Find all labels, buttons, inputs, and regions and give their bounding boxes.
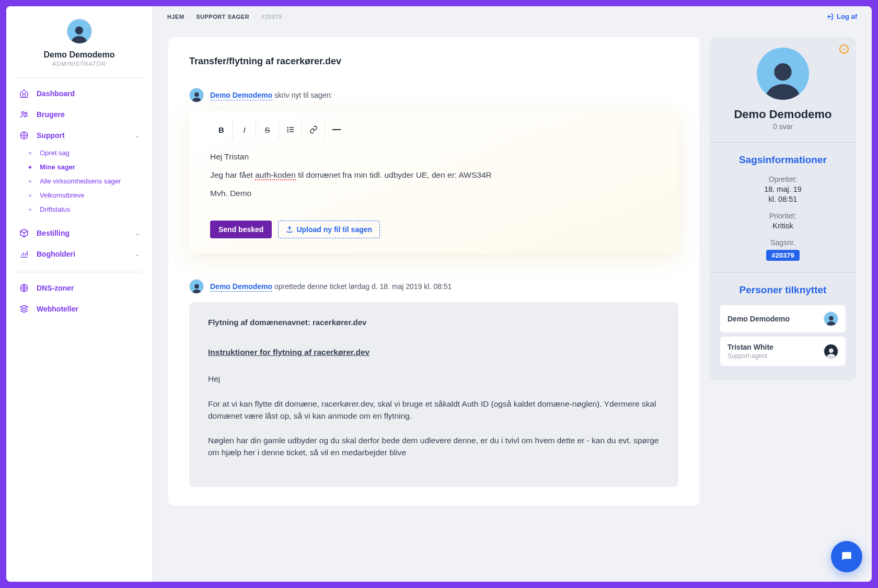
nav-users[interactable]: Brugere	[10, 104, 148, 125]
strike-button[interactable]: S	[256, 119, 279, 140]
subnav-create-case[interactable]: Opret sag	[31, 146, 148, 160]
avatar	[824, 312, 838, 326]
home-icon	[19, 88, 29, 99]
side-profile-name: Demo Demodemo	[720, 108, 846, 121]
avatar	[824, 344, 838, 359]
support-icon	[19, 130, 29, 141]
created-time: kl. 08:51	[720, 195, 846, 203]
avatar	[189, 279, 204, 294]
chat-icon	[840, 550, 853, 563]
avatar	[757, 48, 809, 100]
case-number-badge: #20379	[766, 250, 799, 261]
case-number-label: Sagsnr.	[720, 238, 846, 247]
send-button[interactable]: Send besked	[210, 221, 272, 238]
compose-prompt: skriv nyt til sagen:	[274, 91, 332, 99]
ticket-paragraph: Hej	[208, 373, 660, 385]
compose-user-link[interactable]: Demo Demodemo	[210, 91, 272, 100]
nav-dashboard[interactable]: Dashboard	[10, 83, 148, 104]
nav-accounting[interactable]: Bogholderi ⌄	[10, 244, 148, 264]
svg-point-15	[774, 63, 791, 80]
person-row[interactable]: Demo Demodemo	[720, 305, 846, 332]
ticket-author-link[interactable]: Demo Demodemo	[210, 282, 272, 292]
svg-point-0	[75, 27, 83, 34]
nav-webhotel[interactable]: Webhoteller	[10, 298, 148, 319]
subnav-welcome-letters[interactable]: Velkomstbreve	[31, 188, 148, 202]
ticket-instructions-heading: Instruktioner for flytning af racerkører…	[208, 348, 660, 357]
nav-support-label: Support	[37, 131, 65, 140]
link-button[interactable]	[302, 119, 325, 140]
main: HJEM / SUPPORT SAGER / #20379 Log af Tra…	[153, 6, 872, 582]
priority-value: Kritisk	[720, 222, 846, 230]
svg-point-14	[194, 284, 199, 289]
subnav-my-cases[interactable]: Mine sager	[31, 160, 148, 174]
upload-icon	[286, 226, 293, 233]
logout-icon	[826, 13, 834, 20]
sidebar-profile: Demo Demodemo ADMINISTRATOR	[6, 6, 152, 77]
users-icon	[19, 109, 29, 120]
profile-name: Demo Demodemo	[17, 50, 142, 60]
ticket-header: Demo Demodemo oprettede denne ticket lør…	[189, 279, 678, 294]
bold-button[interactable]: B	[210, 119, 233, 140]
nav-support[interactable]: Support ⌄	[10, 125, 148, 146]
people-heading: Personer tilknyttet	[720, 284, 846, 296]
svg-point-6	[194, 93, 199, 97]
svg-point-7	[287, 127, 288, 128]
subnav-status[interactable]: Driftstatus	[31, 202, 148, 216]
svg-point-1	[22, 112, 25, 114]
logout-button[interactable]: Log af	[826, 13, 857, 20]
nav-dns-label: DNS-zoner	[37, 284, 74, 292]
ticket-paragraph: Nøglen har din gamle udbyder og du skal …	[208, 434, 660, 459]
nav-users-label: Brugere	[37, 110, 65, 119]
upload-button[interactable]: Upload ny fil til sagen	[278, 221, 380, 238]
side-reply-count: 0 svar	[720, 122, 846, 131]
ticket-subject: Flytning af domænenavnet: racerkører.dev	[208, 318, 660, 327]
editor-toolbar: B I S	[210, 119, 657, 140]
chart-icon	[19, 249, 29, 259]
breadcrumb-current: #20379	[261, 14, 282, 20]
ticket-panel: Transfer/flytning af racerkører.dev Demo…	[168, 37, 699, 506]
topbar: HJEM / SUPPORT SAGER / #20379 Log af	[153, 6, 872, 27]
hr-button[interactable]	[325, 119, 348, 140]
sidebar: Demo Demodemo ADMINISTRATOR Dashboard Br…	[6, 6, 153, 582]
info-sidebar: − Demo Demodemo 0 svar Sagsinformationer…	[710, 37, 856, 506]
globe-icon	[19, 283, 29, 293]
chevron-down-icon: ⌄	[135, 251, 140, 257]
list-button[interactable]	[279, 119, 302, 140]
nav-ordering-label: Bestilling	[37, 229, 70, 237]
created-label: Oprettet:	[720, 175, 846, 183]
svg-point-8	[287, 129, 288, 130]
created-date: 18. maj. 19	[720, 185, 846, 193]
subnav-all-cases[interactable]: Alle virksomhedsens sager	[31, 174, 148, 188]
chat-fab[interactable]	[831, 541, 862, 572]
collapse-icon[interactable]: −	[839, 44, 849, 54]
ticket-paragraph: For at vi kan flytte dit domæne, racerkø…	[208, 398, 660, 422]
italic-button[interactable]: I	[233, 119, 256, 140]
nav-dashboard-label: Dashboard	[37, 89, 75, 98]
nav-webhotel-label: Webhoteller	[37, 305, 78, 313]
priority-label: Prioritet:	[720, 212, 846, 220]
editor-textarea[interactable]: Hej Tristan Jeg har fået auth-koden til …	[210, 151, 657, 200]
nav-dns[interactable]: DNS-zoner	[10, 278, 148, 298]
ticket-body: Flytning af domænenavnet: racerkører.dev…	[189, 302, 678, 487]
breadcrumb-cases[interactable]: SUPPORT SAGER	[196, 14, 249, 20]
compose-header: Demo Demodemo skriv nyt til sagen:	[189, 88, 678, 102]
avatar	[67, 19, 92, 44]
person-row[interactable]: Tristan White Support-agent	[720, 337, 846, 366]
svg-point-2	[25, 112, 27, 114]
nav-ordering[interactable]: Bestilling ⌄	[10, 223, 148, 244]
case-info-heading: Sagsinformationer	[720, 154, 846, 166]
chevron-down-icon: ⌄	[135, 230, 140, 236]
avatar	[189, 88, 204, 102]
box-icon	[19, 228, 29, 238]
breadcrumb: HJEM / SUPPORT SAGER / #20379	[167, 14, 282, 20]
svg-point-4	[23, 134, 26, 137]
page-title: Transfer/flytning af racerkører.dev	[189, 56, 678, 67]
profile-role: ADMINISTRATOR	[17, 61, 142, 67]
breadcrumb-home[interactable]: HJEM	[167, 14, 184, 20]
reply-editor: B I S Hej Tristan Jeg har fået auth-kode…	[189, 111, 678, 253]
nav-accounting-label: Bogholderi	[37, 250, 75, 258]
svg-point-9	[287, 131, 288, 132]
svg-rect-13	[332, 129, 341, 130]
chevron-down-icon: ⌄	[135, 133, 140, 139]
svg-point-16	[829, 316, 834, 321]
